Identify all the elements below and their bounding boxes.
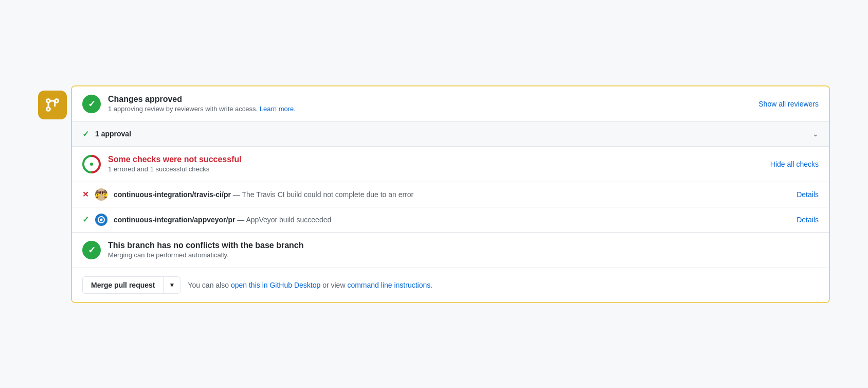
approved-title: Changes approved xyxy=(108,95,751,104)
travis-ci-description: — The Travis CI build could not complete… xyxy=(231,190,413,199)
pr-status-card: ✓ Changes approved 1 approving review by… xyxy=(71,85,830,303)
no-conflicts-text-area: This branch has no conflicts with the ba… xyxy=(108,241,819,259)
travis-error-icon: ✕ xyxy=(82,190,89,199)
travis-ci-row: ✕ 🤠 continuous-integration/travis-ci/pr … xyxy=(72,182,829,207)
appveyor-success-icon: ✓ xyxy=(82,215,89,224)
approval-count-label: 1 approval xyxy=(95,130,806,138)
checks-subtitle: 1 errored and 1 successful checks xyxy=(108,165,763,173)
appveyor-ci-name: continuous-integration/appveyor/pr xyxy=(114,216,235,224)
no-conflicts-section: ✓ This branch has no conflicts with the … xyxy=(72,233,829,268)
approved-text-area: Changes approved 1 approving review by r… xyxy=(108,95,751,113)
git-icon xyxy=(38,91,67,119)
svg-point-4 xyxy=(90,163,93,166)
merge-pull-request-button[interactable]: Merge pull request xyxy=(82,276,163,294)
checks-section: Some checks were not successful 1 errore… xyxy=(72,147,829,182)
approval-check-icon: ✓ xyxy=(82,129,89,139)
no-conflicts-icon-area: ✓ xyxy=(82,241,101,259)
merge-info-text: You can also open this in GitHub Desktop… xyxy=(188,281,432,289)
appveyor-details-link[interactable]: Details xyxy=(797,216,819,224)
changes-approved-section: ✓ Changes approved 1 approving review by… xyxy=(72,86,829,122)
command-line-instructions-link[interactable]: command line instructions xyxy=(347,281,430,289)
partial-circle-icon xyxy=(82,155,101,173)
approval-count-section: ✓ 1 approval ⌄ xyxy=(72,122,829,147)
approved-check-icon: ✓ xyxy=(82,95,101,113)
merge-info-prefix: You can also xyxy=(188,281,229,289)
no-conflicts-check-icon: ✓ xyxy=(82,241,101,259)
appveyor-ci-text: continuous-integration/appveyor/pr — App… xyxy=(114,216,790,224)
appveyor-avatar xyxy=(95,214,107,226)
appveyor-ci-description: — AppVeyor build succeeded xyxy=(235,216,331,224)
approved-icon-area: ✓ xyxy=(82,95,101,113)
travis-ci-text: continuous-integration/travis-ci/pr — Th… xyxy=(114,190,790,199)
travis-ci-avatar: 🤠 xyxy=(95,188,107,201)
merge-section: Merge pull request ▼ You can also open t… xyxy=(72,268,829,302)
checks-title: Some checks were not successful xyxy=(108,155,763,164)
merge-dropdown-button[interactable]: ▼ xyxy=(163,276,180,294)
travis-ci-name: continuous-integration/travis-ci/pr xyxy=(114,190,231,199)
svg-point-6 xyxy=(100,218,103,221)
travis-details-link[interactable]: Details xyxy=(797,190,819,199)
no-conflicts-title: This branch has no conflicts with the ba… xyxy=(108,241,819,250)
checks-text-area: Some checks were not successful 1 errore… xyxy=(108,155,763,173)
approved-subtitle: 1 approving review by reviewers with wri… xyxy=(108,105,751,113)
open-github-desktop-link[interactable]: open this in GitHub Desktop xyxy=(231,281,320,289)
no-conflicts-subtitle: Merging can be performed automatically. xyxy=(108,251,819,259)
show-all-reviewers-link[interactable]: Show all reviewers xyxy=(758,100,819,108)
hide-all-checks-link[interactable]: Hide all checks xyxy=(770,160,819,168)
appveyor-ci-row: ✓ continuous-integration/appveyor/pr — A… xyxy=(72,207,829,233)
chevron-down-icon[interactable]: ⌄ xyxy=(812,130,819,138)
merge-button-group: Merge pull request ▼ xyxy=(82,276,180,294)
learn-more-link[interactable]: Learn more. xyxy=(260,105,296,113)
